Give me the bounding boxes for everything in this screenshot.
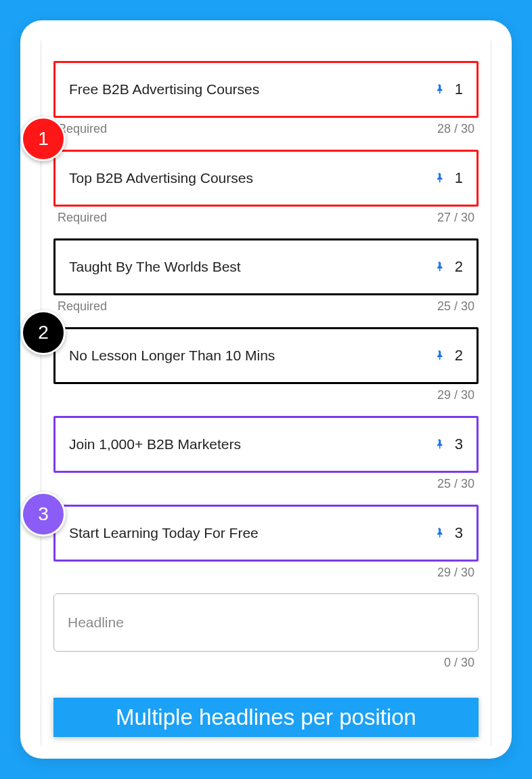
pin-control[interactable]: 3 [433,436,463,453]
headline-text: Join 1,000+ B2B Marketers [69,436,241,452]
headline-row: Start Learning Today For Free 3 29 / 30 [53,505,479,588]
meta-row: 29 / 30 [53,562,479,588]
headline-placeholder: Headline [68,614,124,631]
pin-icon [433,259,445,274]
char-count: 27 / 30 [437,211,474,225]
char-count: 0 / 30 [444,656,474,670]
headline-input[interactable]: Top B2B Advertising Courses 1 [53,150,479,207]
headline-input[interactable]: Join 1,000+ B2B Marketers 3 [53,416,479,473]
pin-position: 3 [455,524,463,542]
pin-control[interactable]: 2 [433,347,463,364]
pin-icon [433,526,445,541]
headline-input[interactable]: Taught By The Worlds Best 2 [53,238,479,295]
pin-icon [433,82,445,97]
headline-text: Top B2B Advertising Courses [69,170,253,186]
headline-row-empty: Headline 0 / 30 [53,593,479,678]
meta-row: Required 27 / 30 [53,207,479,233]
headline-row: Taught By The Worlds Best 2 Required 25 … [53,238,479,322]
position-badge-2: 2 [21,310,66,355]
char-count: 25 / 30 [437,299,474,314]
meta-row: 25 / 30 [53,473,479,499]
position-badge-3: 3 [21,492,66,536]
pin-position: 1 [455,169,463,187]
headline-input-empty[interactable]: Headline [53,593,479,652]
headline-text: Start Learning Today For Free [69,525,259,541]
pin-position: 2 [455,258,463,276]
pin-icon [433,348,445,363]
inner-panel: 1 2 3 Free B2B Advertising Courses 1 Req… [41,41,491,745]
meta-row: Required 28 / 30 [53,118,479,144]
pin-position: 1 [455,81,463,98]
meta-row: 29 / 30 [53,384,479,410]
headline-input[interactable]: Start Learning Today For Free 3 [53,505,479,562]
meta-row: 0 / 30 [53,652,479,678]
pin-position: 2 [455,347,463,364]
pin-position: 3 [455,436,463,453]
headline-text: Taught By The Worlds Best [69,259,241,275]
char-count: 28 / 30 [437,122,474,136]
pin-icon [433,171,445,186]
headline-input[interactable]: Free B2B Advertising Courses 1 [53,61,479,118]
pin-control[interactable]: 3 [433,524,463,542]
caption-banner: Multiple headlines per position [53,698,479,737]
required-label: Required [58,211,107,225]
char-count: 29 / 30 [437,388,474,402]
headline-text: Free B2B Advertising Courses [69,81,259,98]
pin-control[interactable]: 1 [433,81,463,98]
card-container: 1 2 3 Free B2B Advertising Courses 1 Req… [20,20,512,759]
headline-row: Free B2B Advertising Courses 1 Required … [53,61,479,144]
position-badge-1: 1 [21,117,66,161]
pin-control[interactable]: 2 [433,258,463,276]
required-label: Required [58,299,107,314]
pin-icon [433,437,445,452]
meta-row: Required 25 / 30 [53,295,479,322]
char-count: 25 / 30 [437,477,474,491]
headline-row: No Lesson Longer Than 10 Mins 2 29 / 30 [53,327,479,410]
headline-text: No Lesson Longer Than 10 Mins [69,348,275,364]
pin-control[interactable]: 1 [433,169,463,187]
headline-input[interactable]: No Lesson Longer Than 10 Mins 2 [53,327,479,384]
char-count: 29 / 30 [437,566,474,580]
headline-row: Join 1,000+ B2B Marketers 3 25 / 30 [53,416,479,499]
headline-row: Top B2B Advertising Courses 1 Required 2… [53,150,479,233]
